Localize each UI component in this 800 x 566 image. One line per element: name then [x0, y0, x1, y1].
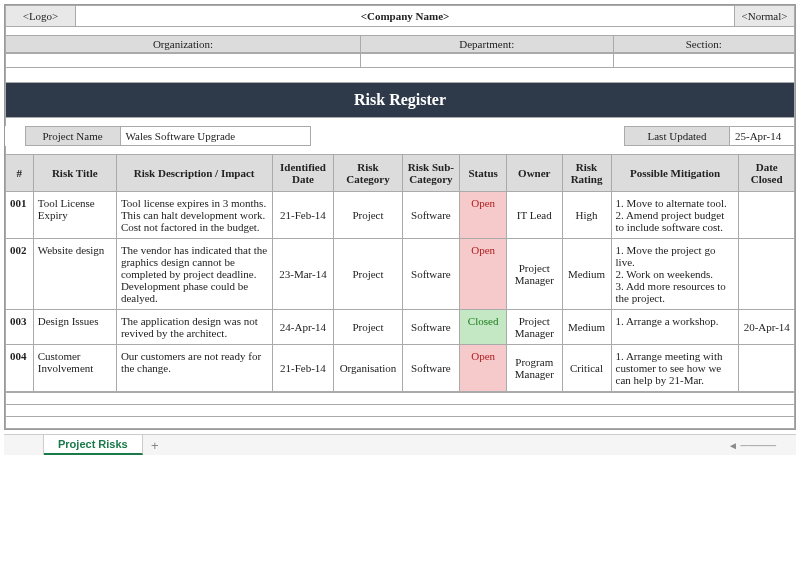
cell-closed[interactable]: 20-Apr-14	[739, 310, 795, 345]
empty-rows	[5, 392, 795, 429]
cell-desc[interactable]: Our customers are not ready for the chan…	[116, 345, 272, 392]
table-row[interactable]: 002Website designThe vendor has indicate…	[6, 239, 795, 310]
cell-rating[interactable]: Medium	[562, 239, 611, 310]
cell-owner[interactable]: IT Lead	[507, 192, 562, 239]
banner: Risk Register	[5, 82, 795, 118]
cell-ident[interactable]: 23-Mar-14	[272, 239, 334, 310]
project-name-label: Project Name	[25, 127, 120, 146]
cell-subcat[interactable]: Software	[402, 310, 460, 345]
cell-title[interactable]: Customer Involvement	[33, 345, 116, 392]
tab-project-risks[interactable]: Project Risks	[44, 435, 143, 455]
dept-label: Department:	[361, 36, 613, 53]
cell-subcat[interactable]: Software	[402, 239, 460, 310]
col-rating: Risk Rating	[562, 155, 611, 192]
cell-num[interactable]: 001	[6, 192, 34, 239]
col-closed: Date Closed	[739, 155, 795, 192]
cell-num[interactable]: 002	[6, 239, 34, 310]
tab-nav-spacer	[4, 435, 44, 455]
company-name: <Company Name>	[76, 6, 735, 27]
cell-title[interactable]: Website design	[33, 239, 116, 310]
cell-owner[interactable]: Program Manager	[507, 345, 562, 392]
plus-icon: +	[151, 438, 159, 453]
gap-row-3	[5, 146, 795, 154]
cell-cat[interactable]: Project	[334, 239, 402, 310]
cell-cat[interactable]: Organisation	[334, 345, 402, 392]
cell-status[interactable]: Closed	[460, 310, 507, 345]
cell-mitig[interactable]: 1. Arrange meeting with customer to see …	[611, 345, 739, 392]
org-values	[5, 53, 795, 68]
col-mitig: Possible Mitigation	[611, 155, 739, 192]
col-owner: Owner	[507, 155, 562, 192]
cell-desc[interactable]: The vendor has indicated that the graphi…	[116, 239, 272, 310]
col-title: Risk Title	[33, 155, 116, 192]
col-ident: Identified Date	[272, 155, 334, 192]
org-label: Organization:	[6, 36, 361, 53]
cell-rating[interactable]: Critical	[562, 345, 611, 392]
col-status: Status	[460, 155, 507, 192]
meta-row: Project Name Wales Software Upgrade Last…	[5, 126, 795, 146]
table-row[interactable]: 001Tool License ExpiryTool license expir…	[6, 192, 795, 239]
cell-owner[interactable]: Project Manager	[507, 239, 562, 310]
cell-num[interactable]: 003	[6, 310, 34, 345]
cell-ident[interactable]: 21-Feb-14	[272, 192, 334, 239]
cell-rating[interactable]: Medium	[562, 310, 611, 345]
dept-value[interactable]	[361, 54, 613, 68]
col-desc: Risk Description / Impact	[116, 155, 272, 192]
col-num: #	[6, 155, 34, 192]
cell-closed[interactable]	[739, 239, 795, 310]
cell-mitig[interactable]: 1. Move the project go live. 2. Work on …	[611, 239, 739, 310]
col-subcat: Risk Sub-Category	[402, 155, 460, 192]
section-value[interactable]	[613, 54, 794, 68]
cell-closed[interactable]	[739, 192, 795, 239]
cell-num[interactable]: 004	[6, 345, 34, 392]
table-row[interactable]: 004Customer InvolvementOur customers are…	[6, 345, 795, 392]
cell-desc[interactable]: Tool license expires in 3 months. This c…	[116, 192, 272, 239]
table-header-row: # Risk Title Risk Description / Impact I…	[6, 155, 795, 192]
last-updated-value[interactable]: 25-Apr-14	[730, 127, 795, 146]
org-value[interactable]	[6, 54, 361, 68]
cell-ident[interactable]: 24-Apr-14	[272, 310, 334, 345]
cell-desc[interactable]: The application design was not revived b…	[116, 310, 272, 345]
cell-subcat[interactable]: Software	[402, 192, 460, 239]
cell-subcat[interactable]: Software	[402, 345, 460, 392]
header-row: <Logo> <Company Name> <Normal>	[5, 5, 795, 27]
sheet-tabs: Project Risks + ◄ ─────	[4, 434, 796, 455]
last-updated-label: Last Updated	[625, 127, 730, 146]
section-label: Section:	[613, 36, 794, 53]
cell-cat[interactable]: Project	[334, 192, 402, 239]
cell-owner[interactable]: Project Manager	[507, 310, 562, 345]
style-cell: <Normal>	[735, 6, 795, 27]
cell-closed[interactable]	[739, 345, 795, 392]
logo-cell: <Logo>	[6, 6, 76, 27]
cell-cat[interactable]: Project	[334, 310, 402, 345]
org-labels: Organization: Department: Section:	[5, 35, 795, 53]
cell-ident[interactable]: 21-Feb-14	[272, 345, 334, 392]
risk-register-sheet: <Logo> <Company Name> <Normal> Organizat…	[4, 4, 796, 430]
cell-status[interactable]: Open	[460, 239, 507, 310]
cell-title[interactable]: Design Issues	[33, 310, 116, 345]
cell-title[interactable]: Tool License Expiry	[33, 192, 116, 239]
cell-status[interactable]: Open	[460, 345, 507, 392]
project-name-value[interactable]: Wales Software Upgrade	[120, 127, 310, 146]
add-sheet-button[interactable]: +	[143, 438, 167, 453]
banner-title: Risk Register	[6, 83, 795, 118]
col-cat: Risk Category	[334, 155, 402, 192]
table-row[interactable]: 003Design IssuesThe application design w…	[6, 310, 795, 345]
cell-rating[interactable]: High	[562, 192, 611, 239]
gap-row	[5, 68, 795, 82]
cell-mitig[interactable]: 1. Arrange a workshop.	[611, 310, 739, 345]
cell-mitig[interactable]: 1. Move to alternate tool. 2. Amend proj…	[611, 192, 739, 239]
gap-row-2	[5, 118, 795, 126]
risk-table: # Risk Title Risk Description / Impact I…	[5, 154, 795, 392]
divider-row	[5, 27, 795, 35]
cell-status[interactable]: Open	[460, 192, 507, 239]
horizontal-scroll[interactable]: ◄ ─────	[708, 440, 796, 451]
